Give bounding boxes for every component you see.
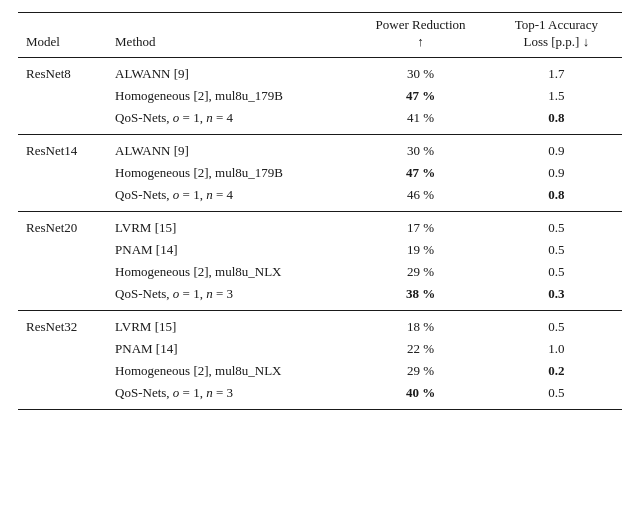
- method-cell: LVRM [15]: [107, 310, 350, 338]
- acc-cell: 0.9: [491, 162, 622, 184]
- acc-cell: 0.5: [491, 382, 622, 410]
- power-cell: 30 %: [350, 57, 490, 85]
- power-cell: 41 %: [350, 107, 490, 135]
- power-cell: 17 %: [350, 211, 490, 239]
- power-cell: 30 %: [350, 134, 490, 162]
- acc-cell: 0.9: [491, 134, 622, 162]
- col-header-power: Power Reduction↑: [350, 13, 490, 58]
- model-cell: ResNet8: [18, 57, 107, 85]
- power-cell: 38 %: [350, 283, 490, 311]
- method-cell: Homogeneous [2], mul8u_179B: [107, 85, 350, 107]
- acc-cell: 0.5: [491, 211, 622, 239]
- power-cell: 29 %: [350, 261, 490, 283]
- method-cell: PNAM [14]: [107, 338, 350, 360]
- model-cell: [18, 283, 107, 311]
- acc-cell: 0.5: [491, 261, 622, 283]
- acc-cell: 1.0: [491, 338, 622, 360]
- acc-cell: 1.5: [491, 85, 622, 107]
- method-cell: QoS-Nets, o = 1, n = 4: [107, 107, 350, 135]
- model-cell: [18, 360, 107, 382]
- acc-cell: 0.3: [491, 283, 622, 311]
- acc-cell: 0.5: [491, 310, 622, 338]
- model-cell: ResNet32: [18, 310, 107, 338]
- method-cell: PNAM [14]: [107, 239, 350, 261]
- method-cell: Homogeneous [2], mul8u_NLX: [107, 360, 350, 382]
- model-cell: ResNet14: [18, 134, 107, 162]
- model-cell: [18, 184, 107, 212]
- model-cell: [18, 162, 107, 184]
- acc-cell: 0.8: [491, 184, 622, 212]
- method-cell: QoS-Nets, o = 1, n = 4: [107, 184, 350, 212]
- power-cell: 19 %: [350, 239, 490, 261]
- model-cell: [18, 382, 107, 410]
- acc-cell: 0.8: [491, 107, 622, 135]
- power-cell: 22 %: [350, 338, 490, 360]
- power-cell: 18 %: [350, 310, 490, 338]
- model-cell: [18, 239, 107, 261]
- power-cell: 40 %: [350, 382, 490, 410]
- method-cell: LVRM [15]: [107, 211, 350, 239]
- power-cell: 47 %: [350, 85, 490, 107]
- col-header-method: Method: [107, 13, 350, 58]
- results-table: Model Method Power Reduction↑ Top-1 Accu…: [18, 12, 622, 410]
- acc-cell: 0.2: [491, 360, 622, 382]
- model-cell: [18, 261, 107, 283]
- col-header-model: Model: [18, 13, 107, 58]
- model-cell: [18, 338, 107, 360]
- method-cell: ALWANN [9]: [107, 134, 350, 162]
- method-cell: QoS-Nets, o = 1, n = 3: [107, 283, 350, 311]
- model-cell: [18, 107, 107, 135]
- power-cell: 46 %: [350, 184, 490, 212]
- power-cell: 29 %: [350, 360, 490, 382]
- model-cell: [18, 85, 107, 107]
- method-cell: ALWANN [9]: [107, 57, 350, 85]
- model-cell: ResNet20: [18, 211, 107, 239]
- method-cell: QoS-Nets, o = 1, n = 3: [107, 382, 350, 410]
- col-header-acc: Top-1 AccuracyLoss [p.p.] ↓: [491, 13, 622, 58]
- method-cell: Homogeneous [2], mul8u_179B: [107, 162, 350, 184]
- method-cell: Homogeneous [2], mul8u_NLX: [107, 261, 350, 283]
- acc-cell: 0.5: [491, 239, 622, 261]
- acc-cell: 1.7: [491, 57, 622, 85]
- power-cell: 47 %: [350, 162, 490, 184]
